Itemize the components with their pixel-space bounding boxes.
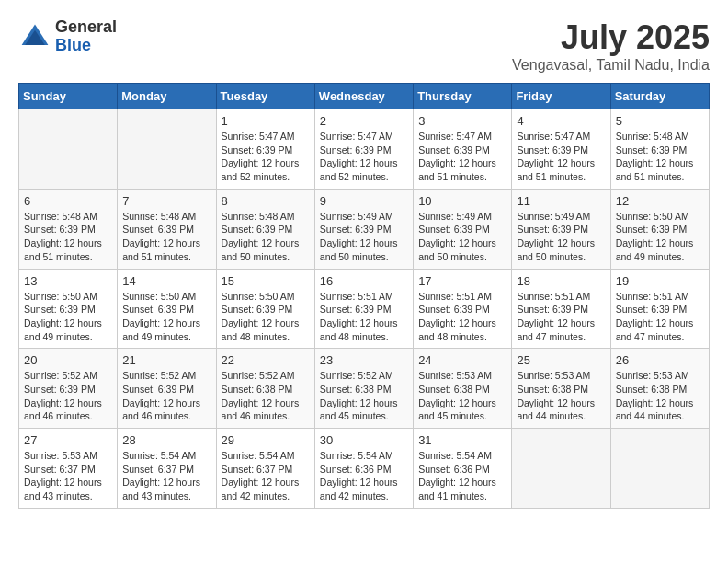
calendar-day-header: Tuesday (216, 84, 314, 109)
day-number: 3 (418, 114, 506, 128)
day-number: 22 (222, 353, 310, 367)
day-number: 18 (517, 274, 605, 288)
day-info: Sunrise: 5:49 AMSunset: 6:39 PMDaylight:… (418, 210, 506, 264)
day-number: 8 (222, 194, 310, 208)
calendar-cell: 22Sunrise: 5:52 AMSunset: 6:38 PMDayligh… (216, 349, 314, 429)
calendar-cell: 4Sunrise: 5:47 AMSunset: 6:39 PMDaylight… (512, 109, 610, 190)
calendar-cell: 5Sunrise: 5:48 AMSunset: 6:39 PMDaylight… (610, 109, 709, 190)
calendar-cell (118, 109, 216, 190)
day-info: Sunrise: 5:51 AMSunset: 6:39 PMDaylight:… (418, 290, 506, 344)
day-info: Sunrise: 5:54 AMSunset: 6:36 PMDaylight:… (418, 449, 506, 503)
day-number: 15 (222, 274, 310, 288)
day-number: 4 (517, 114, 605, 128)
day-number: 17 (418, 274, 506, 288)
calendar-cell: 23Sunrise: 5:52 AMSunset: 6:38 PMDayligh… (314, 349, 413, 429)
day-info: Sunrise: 5:49 AMSunset: 6:39 PMDaylight:… (320, 210, 408, 264)
logo-icon (18, 20, 51, 53)
day-number: 30 (320, 433, 408, 447)
day-info: Sunrise: 5:50 AMSunset: 6:39 PMDaylight:… (222, 290, 310, 344)
calendar-cell: 21Sunrise: 5:52 AMSunset: 6:39 PMDayligh… (118, 349, 216, 429)
day-info: Sunrise: 5:53 AMSunset: 6:37 PMDaylight:… (24, 449, 112, 503)
day-number: 29 (222, 433, 310, 447)
day-number: 9 (320, 194, 408, 208)
day-number: 16 (320, 274, 408, 288)
day-number: 25 (517, 353, 605, 367)
calendar-week-row: 6Sunrise: 5:48 AMSunset: 6:39 PMDaylight… (19, 189, 710, 269)
calendar-table: SundayMondayTuesdayWednesdayThursdayFrid… (18, 83, 710, 509)
day-number: 7 (122, 194, 210, 208)
calendar-cell: 30Sunrise: 5:54 AMSunset: 6:36 PMDayligh… (314, 429, 413, 509)
day-info: Sunrise: 5:53 AMSunset: 6:38 PMDaylight:… (418, 369, 506, 423)
calendar-cell: 9Sunrise: 5:49 AMSunset: 6:39 PMDaylight… (314, 189, 413, 269)
day-number: 13 (24, 274, 112, 288)
calendar-cell: 6Sunrise: 5:48 AMSunset: 6:39 PMDaylight… (19, 189, 118, 269)
calendar-day-header: Sunday (19, 84, 118, 109)
calendar-cell (610, 429, 709, 509)
calendar-cell: 3Sunrise: 5:47 AMSunset: 6:39 PMDaylight… (414, 109, 512, 190)
day-number: 10 (418, 194, 506, 208)
title-block: July 2025 Vengavasal, Tamil Nadu, India (512, 18, 710, 74)
day-info: Sunrise: 5:54 AMSunset: 6:37 PMDaylight:… (122, 449, 210, 503)
calendar-cell: 14Sunrise: 5:50 AMSunset: 6:39 PMDayligh… (118, 269, 216, 349)
day-info: Sunrise: 5:53 AMSunset: 6:38 PMDaylight:… (517, 369, 605, 423)
day-info: Sunrise: 5:49 AMSunset: 6:39 PMDaylight:… (517, 210, 605, 264)
day-number: 11 (517, 194, 605, 208)
logo-general-text: General (55, 18, 117, 37)
day-number: 20 (24, 353, 112, 367)
day-info: Sunrise: 5:48 AMSunset: 6:39 PMDaylight:… (616, 130, 704, 184)
calendar-cell: 19Sunrise: 5:51 AMSunset: 6:39 PMDayligh… (610, 269, 709, 349)
day-number: 5 (616, 114, 704, 128)
calendar-cell: 7Sunrise: 5:48 AMSunset: 6:39 PMDaylight… (118, 189, 216, 269)
day-number: 28 (122, 433, 210, 447)
calendar-cell: 20Sunrise: 5:52 AMSunset: 6:39 PMDayligh… (19, 349, 118, 429)
calendar-cell: 15Sunrise: 5:50 AMSunset: 6:39 PMDayligh… (216, 269, 314, 349)
day-number: 23 (320, 353, 408, 367)
calendar-day-header: Thursday (414, 84, 512, 109)
day-number: 19 (616, 274, 704, 288)
calendar-week-row: 20Sunrise: 5:52 AMSunset: 6:39 PMDayligh… (19, 349, 710, 429)
day-info: Sunrise: 5:48 AMSunset: 6:39 PMDaylight:… (122, 210, 210, 264)
day-info: Sunrise: 5:48 AMSunset: 6:39 PMDaylight:… (222, 210, 310, 264)
calendar-week-row: 1Sunrise: 5:47 AMSunset: 6:39 PMDaylight… (19, 109, 710, 190)
month-title: July 2025 (512, 18, 710, 57)
day-info: Sunrise: 5:54 AMSunset: 6:37 PMDaylight:… (222, 449, 310, 503)
day-info: Sunrise: 5:51 AMSunset: 6:39 PMDaylight:… (517, 290, 605, 344)
calendar-day-header: Saturday (610, 84, 709, 109)
day-info: Sunrise: 5:47 AMSunset: 6:39 PMDaylight:… (517, 130, 605, 184)
logo: General Blue (18, 18, 117, 55)
calendar-cell: 25Sunrise: 5:53 AMSunset: 6:38 PMDayligh… (512, 349, 610, 429)
calendar-cell: 10Sunrise: 5:49 AMSunset: 6:39 PMDayligh… (414, 189, 512, 269)
location-title: Vengavasal, Tamil Nadu, India (512, 57, 710, 74)
calendar-cell: 27Sunrise: 5:53 AMSunset: 6:37 PMDayligh… (19, 429, 118, 509)
day-info: Sunrise: 5:47 AMSunset: 6:39 PMDaylight:… (320, 130, 408, 184)
day-number: 2 (320, 114, 408, 128)
day-info: Sunrise: 5:51 AMSunset: 6:39 PMDaylight:… (320, 290, 408, 344)
calendar-cell (19, 109, 118, 190)
day-number: 31 (418, 433, 506, 447)
day-info: Sunrise: 5:47 AMSunset: 6:39 PMDaylight:… (418, 130, 506, 184)
calendar-cell: 1Sunrise: 5:47 AMSunset: 6:39 PMDaylight… (216, 109, 314, 190)
day-number: 6 (24, 194, 112, 208)
calendar-day-header: Monday (118, 84, 216, 109)
day-number: 24 (418, 353, 506, 367)
calendar-header-row: SundayMondayTuesdayWednesdayThursdayFrid… (19, 84, 710, 109)
day-info: Sunrise: 5:50 AMSunset: 6:39 PMDaylight:… (122, 290, 210, 344)
calendar-cell: 8Sunrise: 5:48 AMSunset: 6:39 PMDaylight… (216, 189, 314, 269)
calendar-cell: 31Sunrise: 5:54 AMSunset: 6:36 PMDayligh… (414, 429, 512, 509)
day-info: Sunrise: 5:50 AMSunset: 6:39 PMDaylight:… (616, 210, 704, 264)
calendar-week-row: 27Sunrise: 5:53 AMSunset: 6:37 PMDayligh… (19, 429, 710, 509)
day-info: Sunrise: 5:51 AMSunset: 6:39 PMDaylight:… (616, 290, 704, 344)
day-info: Sunrise: 5:54 AMSunset: 6:36 PMDaylight:… (320, 449, 408, 503)
day-number: 21 (122, 353, 210, 367)
calendar-cell: 12Sunrise: 5:50 AMSunset: 6:39 PMDayligh… (610, 189, 709, 269)
day-number: 14 (122, 274, 210, 288)
day-number: 26 (616, 353, 704, 367)
calendar-day-header: Friday (512, 84, 610, 109)
day-info: Sunrise: 5:52 AMSunset: 6:39 PMDaylight:… (122, 369, 210, 423)
day-info: Sunrise: 5:52 AMSunset: 6:38 PMDaylight:… (222, 369, 310, 423)
day-info: Sunrise: 5:52 AMSunset: 6:38 PMDaylight:… (320, 369, 408, 423)
calendar-cell: 16Sunrise: 5:51 AMSunset: 6:39 PMDayligh… (314, 269, 413, 349)
calendar-cell: 2Sunrise: 5:47 AMSunset: 6:39 PMDaylight… (314, 109, 413, 190)
day-info: Sunrise: 5:50 AMSunset: 6:39 PMDaylight:… (24, 290, 112, 344)
calendar-cell: 29Sunrise: 5:54 AMSunset: 6:37 PMDayligh… (216, 429, 314, 509)
